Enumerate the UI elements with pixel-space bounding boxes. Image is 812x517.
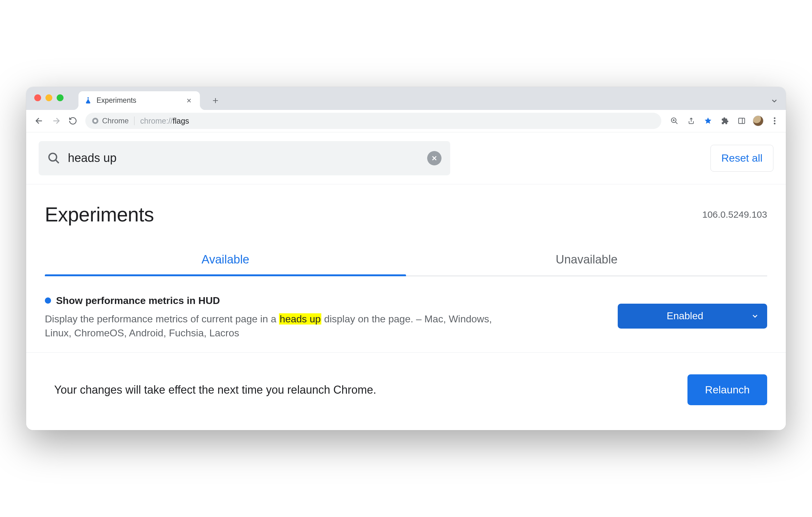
bookmark-star-icon[interactable]	[702, 115, 714, 126]
sidepanel-icon[interactable]	[736, 115, 747, 126]
svg-point-1	[94, 120, 97, 122]
extensions-icon[interactable]	[719, 115, 730, 126]
window-close-button[interactable]	[34, 94, 41, 101]
window-controls	[34, 94, 63, 101]
svg-point-7	[49, 153, 57, 161]
tabs-dropdown-icon[interactable]	[770, 97, 778, 105]
flag-title: Show performance metrics in HUD	[56, 295, 220, 307]
svg-point-4	[774, 117, 775, 119]
page-heading-row: Experiments 106.0.5249.103	[26, 184, 786, 229]
nav-toolbar: Chrome chrome://flags	[26, 110, 786, 132]
titlebar: Experiments	[26, 87, 786, 110]
reset-all-label: Reset all	[721, 152, 762, 164]
search-icon	[47, 152, 60, 165]
window-minimize-button[interactable]	[46, 94, 52, 101]
clear-search-button[interactable]	[427, 151, 441, 165]
relaunch-bar: Your changes will take effect the next t…	[26, 352, 786, 430]
flags-search-row: Reset all	[26, 132, 786, 184]
tab-unavailable[interactable]: Unavailable	[406, 245, 767, 276]
omnibox[interactable]: Chrome chrome://flags	[85, 113, 661, 129]
relaunch-button[interactable]: Relaunch	[688, 374, 767, 405]
page-title: Experiments	[45, 203, 154, 226]
tab-available[interactable]: Available	[45, 245, 406, 276]
zoom-icon[interactable]	[669, 115, 680, 126]
back-button[interactable]	[32, 113, 47, 128]
browser-tab[interactable]: Experiments	[79, 91, 200, 110]
site-chip-label: Chrome	[102, 116, 128, 125]
url-path: flags	[173, 116, 189, 125]
reset-all-button[interactable]: Reset all	[710, 145, 774, 172]
tab-unavailable-label: Unavailable	[556, 253, 618, 266]
site-chip: Chrome	[91, 116, 128, 125]
flag-description: Display the performance metrics of curre…	[45, 312, 518, 340]
omnibox-separator	[134, 116, 135, 125]
flag-entry-main: Show performance metrics in HUD Display …	[45, 295, 605, 340]
experiment-tabs: Available Unavailable	[45, 245, 767, 276]
flags-search-box[interactable]	[38, 141, 450, 175]
reload-button[interactable]	[65, 113, 80, 128]
chrome-version: 106.0.5249.103	[702, 209, 767, 220]
window-maximize-button[interactable]	[57, 94, 63, 101]
tab-close-icon[interactable]	[184, 96, 194, 105]
tab-title: Experiments	[96, 96, 180, 105]
flag-desc-highlight: heads up	[279, 313, 321, 324]
relaunch-message: Your changes will take effect the next t…	[54, 383, 376, 397]
browser-window: Experiments Chrome	[26, 87, 786, 430]
page-content: Reset all Experiments 106.0.5249.103 Ava…	[26, 132, 786, 430]
flag-state-label: Enabled	[667, 310, 703, 322]
kebab-menu-icon[interactable]	[769, 115, 780, 126]
url-scheme: chrome://	[140, 116, 173, 125]
relaunch-button-label: Relaunch	[705, 384, 750, 396]
svg-point-6	[774, 123, 775, 124]
new-tab-button[interactable]	[209, 94, 222, 107]
flags-search-input[interactable]	[67, 151, 420, 165]
omnibox-url: chrome://flags	[140, 116, 189, 125]
share-icon[interactable]	[686, 115, 697, 126]
flask-icon	[84, 96, 92, 105]
profile-avatar[interactable]	[753, 116, 763, 126]
svg-point-5	[774, 120, 775, 122]
forward-button[interactable]	[49, 113, 63, 128]
flag-desc-before: Display the performance metrics of curre…	[45, 313, 279, 324]
tab-available-label: Available	[201, 253, 250, 266]
chevron-down-icon	[751, 312, 759, 320]
modified-indicator-icon	[45, 297, 51, 304]
flag-state-select[interactable]: Enabled	[618, 304, 767, 328]
toolbar-actions	[669, 115, 780, 126]
flag-entry: Show performance metrics in HUD Display …	[26, 276, 786, 353]
flag-title-row: Show performance metrics in HUD	[45, 295, 605, 307]
svg-rect-3	[738, 118, 745, 124]
